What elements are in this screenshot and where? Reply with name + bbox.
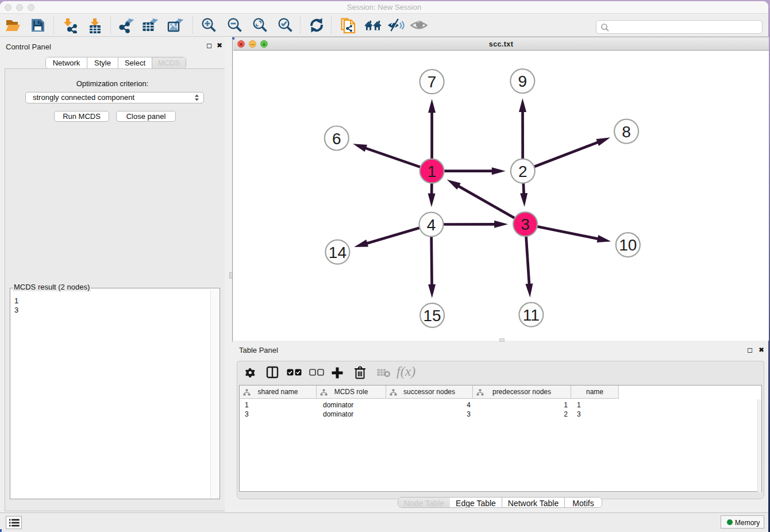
svg-text:15: 15	[424, 307, 441, 325]
svg-text:9: 9	[518, 72, 528, 90]
svg-text:4: 4	[427, 216, 436, 234]
svg-text:10: 10	[619, 236, 637, 254]
svg-text:11: 11	[523, 306, 540, 324]
svg-text:2: 2	[518, 163, 528, 180]
svg-text:14: 14	[329, 244, 346, 261]
svg-text:8: 8	[622, 123, 631, 141]
svg-text:7: 7	[428, 73, 437, 91]
svg-text:3: 3	[521, 215, 530, 233]
svg-text:6: 6	[332, 130, 341, 148]
svg-text:1: 1	[428, 163, 437, 180]
